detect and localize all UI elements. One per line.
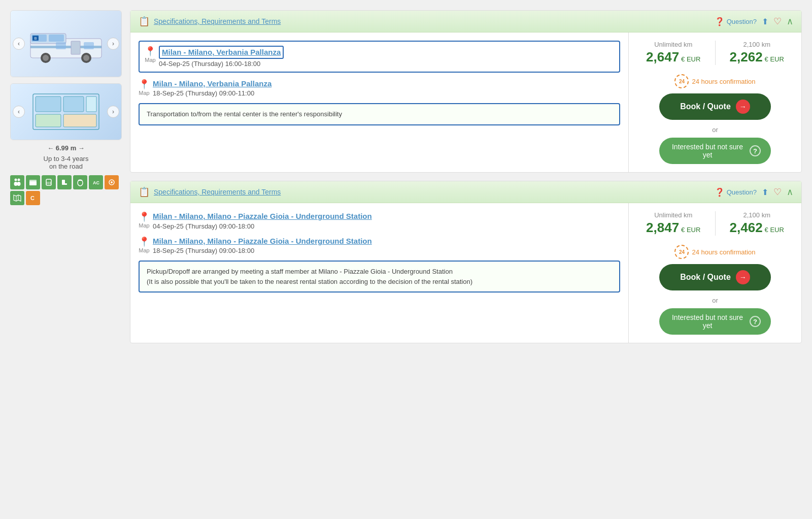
map-label-dropoff-2: Map: [139, 247, 149, 253]
km-price-2: 2,462: [730, 220, 763, 235]
svg-text:AC: AC: [93, 180, 99, 185]
unlimited-price-1: 2,647: [646, 49, 679, 64]
question-button-1[interactable]: ❓ Question?: [715, 17, 757, 26]
unlimited-price-2: 2,847: [646, 220, 679, 235]
amenity-icons: AC C: [10, 175, 122, 205]
prev-floorplan-button[interactable]: ‹: [13, 106, 25, 118]
svg-rect-12: [84, 42, 94, 49]
doc-icon-2: 📋: [139, 186, 150, 198]
card-left-2: 📍 Map Milan - Milano, Milano - Piazzale …: [130, 203, 629, 343]
card-right-1: Unlimited km 2,647 € EUR 2,100 km: [629, 33, 801, 172]
svg-text:C: C: [30, 195, 35, 201]
svg-rect-33: [78, 180, 82, 181]
book-button-2[interactable]: Book / Quote →: [659, 264, 771, 290]
or-text-1: or: [712, 126, 718, 134]
dropoff-date-2: 18-Sep-25 (Thursday) 09:00-18:00: [153, 247, 372, 254]
interested-question-1: ?: [750, 145, 761, 156]
vehicle-image: B: [11, 11, 121, 77]
next-floorplan-button[interactable]: ›: [107, 106, 119, 118]
pin-icon-pickup-2: 📍: [139, 211, 150, 222]
svg-point-36: [111, 181, 113, 183]
svg-rect-15: [36, 96, 61, 112]
svg-marker-37: [14, 195, 21, 201]
listing-card-2: 📋 Specifications, Requirements and Terms…: [130, 181, 802, 343]
svg-point-21: [18, 179, 20, 181]
svg-rect-17: [86, 96, 96, 112]
book-arrow-1: →: [736, 100, 750, 114]
book-arrow-2: →: [736, 270, 750, 284]
amenity-passengers: [10, 175, 24, 189]
pin-icon-dropoff-1: 📍: [139, 79, 150, 90]
map-label-dropoff-1: Map: [139, 90, 149, 96]
vehicle-image-box: B ‹ ›: [10, 10, 122, 77]
pin-icon-pickup-1: 📍: [145, 46, 156, 57]
km-label-1: 2,100 km: [721, 41, 794, 48]
svg-point-20: [15, 179, 17, 181]
sidebar: B ‹ ›: [10, 10, 122, 351]
amenity-ac: AC: [89, 175, 103, 189]
confirmation-text-1: 24 hours confirmation: [692, 78, 755, 85]
svg-point-23: [17, 182, 21, 186]
specs-link-1[interactable]: Specifications, Requirements and Terms: [154, 17, 281, 25]
card-body-1: 📍 Map Milan - Milano, Verbania Pallanza …: [130, 33, 801, 172]
dropoff-link-1[interactable]: Milan - Milano, Verbania Pallanza: [153, 79, 272, 89]
card-header-1: 📋 Specifications, Requirements and Terms…: [130, 11, 801, 33]
dropoff-location-2: 📍 Map Milan - Milano, Milano - Piazzale …: [139, 236, 620, 255]
heart-icon-1[interactable]: ♡: [773, 16, 782, 27]
floorplan-image: [11, 84, 121, 140]
unlimited-currency-1: € EUR: [681, 55, 700, 63]
pickup-location-1: 📍 Map Milan - Milano, Verbania Pallanza …: [139, 41, 620, 73]
km-price-col-2: 2,100 km 2,462 € EUR: [721, 211, 794, 236]
svg-rect-3: [49, 35, 64, 42]
confirmation-circle-2: 24: [674, 245, 689, 259]
next-image-button[interactable]: ›: [107, 38, 119, 50]
interested-button-2[interactable]: Interested but not sure yet ?: [659, 308, 771, 335]
collapse-icon-2[interactable]: ∧: [787, 186, 793, 198]
vehicle-dimensions: ← 6.99 m →: [10, 144, 122, 152]
interested-question-2: ?: [750, 316, 761, 327]
prev-image-button[interactable]: ‹: [13, 38, 25, 50]
svg-rect-11: [71, 41, 80, 54]
pickup-location-2: 📍 Map Milan - Milano, Milano - Piazzale …: [139, 211, 620, 230]
amenity-bed: [26, 175, 40, 189]
or-text-2: or: [712, 297, 718, 304]
svg-point-22: [14, 182, 18, 186]
book-button-1[interactable]: Book / Quote →: [659, 93, 771, 120]
transport-note-2: Pickup/Dropoff are arranged by meeting a…: [139, 261, 620, 293]
heart-icon-2[interactable]: ♡: [773, 186, 782, 198]
amenity-auto: [105, 175, 119, 189]
pickup-link-1[interactable]: Milan - Milano, Verbania Pallanza: [162, 47, 281, 57]
amenity-shower: [42, 175, 56, 189]
unlimited-price-col-2: Unlimited km 2,847 € EUR: [637, 211, 710, 236]
amenity-c: C: [26, 191, 40, 205]
svg-text:B: B: [35, 37, 37, 40]
map-label-pickup-1: Map: [145, 57, 155, 63]
confirmation-badge-2: 24 24 hours confirmation: [674, 245, 755, 259]
svg-point-5: [43, 55, 49, 61]
vehicle-svg: B: [25, 23, 107, 64]
collapse-icon-1[interactable]: ∧: [787, 16, 793, 27]
km-label-2: 2,100 km: [721, 211, 794, 219]
map-label-pickup-2: Map: [139, 222, 149, 229]
pricing-section-2: Unlimited km 2,847 € EUR 2,100 km: [637, 211, 793, 239]
card-right-2: Unlimited km 2,847 € EUR 2,100 km: [629, 203, 801, 343]
confirmation-circle-1: 24: [674, 74, 689, 88]
share-icon-2[interactable]: ⬆: [762, 187, 768, 197]
interested-button-1[interactable]: Interested but not sure yet ?: [659, 138, 771, 164]
card-left-1: 📍 Map Milan - Milano, Verbania Pallanza …: [130, 33, 629, 172]
confirmation-badge-1: 24 24 hours confirmation: [674, 74, 755, 88]
transport-note-1: Transportation to/from the rental center…: [139, 103, 620, 125]
unlimited-label-1: Unlimited km: [637, 41, 710, 48]
unlimited-label-2: Unlimited km: [637, 211, 710, 219]
specs-link-2[interactable]: Specifications, Requirements and Terms: [154, 188, 281, 196]
svg-rect-30: [62, 180, 65, 184]
dropoff-link-2[interactable]: Milan - Milano, Milano - Piazzale Gioia …: [153, 236, 372, 246]
pickup-link-2[interactable]: Milan - Milano, Milano - Piazzale Gioia …: [153, 211, 372, 221]
card-body-2: 📍 Map Milan - Milano, Milano - Piazzale …: [130, 203, 801, 343]
doc-icon-1: 📋: [139, 16, 150, 27]
question-button-2[interactable]: ❓ Question?: [715, 187, 757, 197]
share-icon-1[interactable]: ⬆: [762, 17, 768, 26]
pickup-date-2: 04-Sep-25 (Thursday) 09:00-18:00: [153, 222, 372, 230]
dropoff-location-1: 📍 Map Milan - Milano, Verbania Pallanza …: [139, 79, 620, 98]
pricing-section-1: Unlimited km 2,647 € EUR 2,100 km: [637, 41, 793, 68]
